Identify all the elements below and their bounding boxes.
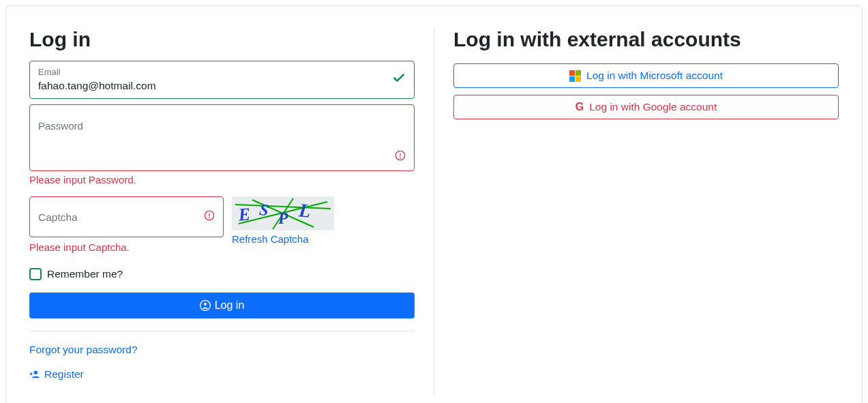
remember-me-checkbox[interactable] (29, 268, 42, 280)
register-link-label: Register (44, 368, 84, 380)
forgot-password-link[interactable]: Forgot your password? (29, 344, 138, 356)
external-login-panel: Log in with external accounts Log in wit… (434, 28, 839, 395)
login-button[interactable]: Log in (29, 293, 415, 318)
captcha-row: Please input Captcha. E S P L Refresh Ca… (29, 196, 415, 253)
register-link[interactable]: Register (29, 368, 84, 380)
person-icon (200, 300, 211, 311)
svg-point-2 (400, 158, 401, 158)
divider (29, 331, 415, 331)
error-icon (204, 210, 215, 224)
password-error: Please input Password. (29, 174, 415, 185)
captcha-input[interactable] (38, 209, 196, 224)
email-input[interactable] (38, 78, 387, 93)
svg-point-5 (209, 218, 210, 218)
microsoft-login-label: Log in with Microsoft account (586, 70, 723, 82)
password-label: Password (38, 115, 387, 138)
error-icon (395, 150, 406, 164)
captcha-error: Please input Captcha. (29, 241, 224, 253)
microsoft-login-button[interactable]: Log in with Microsoft account (453, 63, 839, 88)
svg-point-16 (34, 370, 38, 374)
google-icon: G (575, 101, 584, 113)
refresh-captcha-link[interactable]: Refresh Captcha (232, 233, 309, 245)
captcha-image[interactable]: E S P L (232, 196, 334, 230)
google-login-button[interactable]: G Log in with Google account (453, 95, 839, 119)
remember-me-label: Remember me? (47, 268, 123, 280)
person-add-icon (29, 369, 40, 380)
google-login-label: Log in with Google account (589, 101, 717, 113)
external-heading: Log in with external accounts (453, 28, 839, 51)
email-label: Email (38, 67, 387, 78)
svg-text:L: L (297, 199, 312, 222)
captcha-image-wrap: E S P L Refresh Captcha (232, 196, 334, 245)
check-icon (392, 71, 406, 88)
remember-me-row: Remember me? (29, 268, 415, 280)
login-button-label: Log in (215, 299, 245, 312)
captcha-field[interactable] (29, 196, 224, 237)
svg-text:P: P (277, 209, 288, 227)
svg-text:E: E (237, 204, 251, 224)
svg-point-15 (204, 303, 207, 305)
login-heading: Log in (29, 28, 415, 51)
microsoft-icon (569, 70, 581, 82)
password-field[interactable]: Password (29, 104, 415, 171)
local-login-panel: Log in Email Password Please input Passw… (29, 28, 434, 395)
login-card: Log in Email Password Please input Passw… (5, 5, 863, 403)
svg-rect-18 (31, 372, 31, 375)
email-field[interactable]: Email (29, 61, 415, 99)
